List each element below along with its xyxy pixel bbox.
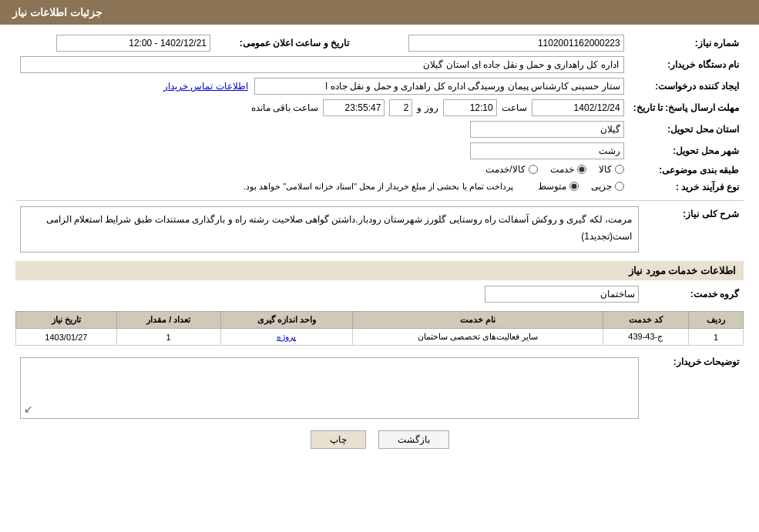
shomara-value-cell: 1102001162000223 (354, 32, 629, 54)
radio-khadamat-circle (577, 165, 586, 174)
countdown-input: 23:55:47 (323, 99, 385, 116)
sharh-container: مرمت، لکه گیری و روکش آسفالت راه روستایی… (20, 206, 639, 253)
tawsif-value-cell: ↙ (15, 352, 643, 421)
time-input: 12:10 (443, 99, 497, 116)
table-cell-0: 1 (688, 329, 743, 346)
tabaqe-label: طبقه بندی موضوعی: (629, 162, 744, 179)
table-cell-4: 1 (116, 329, 220, 346)
resize-arrow: ↙ (24, 403, 33, 415)
shahr-input: رشت (470, 142, 624, 159)
tawsif-label: توضیحات خریدار: (643, 352, 744, 421)
tarikh-elan-label: تاریخ و ساعت اعلان عمومی: (215, 32, 354, 54)
sharh-table: شرح کلی نیاز: مرمت، لکه گیری و روکش آسفا… (15, 204, 744, 255)
shahr-value-cell: رشت (15, 140, 629, 162)
tarikh-elan-input: 1402/12/21 - 12:00 (56, 35, 210, 52)
mohlat-row: 1402/12/24 ساعت 12:10 روز و 2 23:55:47 (15, 97, 629, 119)
tabaqe-row: کالا خدمت کالا/خدمت (15, 162, 629, 179)
content-area: شماره نیاز: 1102001162000223 تاریخ و ساع… (0, 25, 759, 464)
roz-input: 2 (389, 99, 412, 116)
sharh-label: شرح کلی نیاز: (643, 204, 744, 255)
radio-motavaset-circle (569, 182, 579, 191)
radio-khadamat: خدمت (550, 164, 586, 175)
ijad-input: ستار حسینی کارشناس پیمان ورسیدگی اداره ک… (254, 78, 624, 95)
shomara-input: 1102001162000223 (408, 35, 624, 52)
table-row: 1ج-43-439سایر فعالیت‌های تخصصی ساختمانپر… (16, 329, 744, 346)
table-cell-1: ج-43-439 (603, 329, 688, 346)
gorohe-input: ساختمان (485, 286, 639, 303)
countdown-label: ساعت باقی مانده (251, 102, 319, 113)
tarikh-elan-value-cell: 1402/12/21 - 12:00 (15, 32, 215, 54)
ijad-value-cell: ستار حسینی کارشناس پیمان ورسیدگی اداره ک… (15, 75, 629, 97)
table-cell-5: 1403/01/27 (16, 329, 117, 346)
radio-jozi-circle (615, 182, 624, 191)
buttons-row: بازگشت چاپ (15, 430, 744, 449)
radio-kala-khadamat: کالا/خدمت (485, 164, 537, 175)
radio-motavaset: متوسط (538, 181, 579, 192)
contact-link[interactable]: اطلاعات تماس خریدار (163, 81, 248, 92)
page-header: جزئیات اطلاعات نیاز (0, 0, 759, 25)
nam-dastgah-label: نام دستگاه خریدار: (629, 54, 744, 75)
vahed-link[interactable]: پروژه (277, 332, 296, 341)
col-tedad: تعداد / مقدار (116, 312, 220, 329)
tawsif-table: توضیحات خریدار: ↙ (15, 352, 744, 421)
now-farayand-label: نوع فرآیند خرید : (629, 179, 744, 196)
back-button[interactable]: بازگشت (378, 430, 449, 449)
gorohe-table: گروه خدمت: ساختمان (15, 283, 744, 305)
farayand-row: جزیی متوسط پرداخت تمام یا بخشی از مبلغ خ… (15, 179, 629, 196)
page-wrapper: جزئیات اطلاعات نیاز شماره نیاز: 11020011… (0, 0, 759, 532)
col-radif: ردیف (688, 312, 743, 329)
saat-label: ساعت (502, 102, 527, 113)
mohlat-label: مهلت ارسال پاسخ: تا تاریخ: (629, 97, 744, 119)
sharh-value-cell: مرمت، لکه گیری و روکش آسفالت راه روستایی… (15, 204, 643, 255)
print-button[interactable]: چاپ (311, 430, 366, 449)
radio-kala: کالا (599, 164, 624, 175)
sharh-text: مرمت، لکه گیری و روکش آسفالت راه روستایی… (20, 206, 639, 253)
radio-kala-khadamat-circle (529, 165, 538, 174)
col-nam: نام خدمت (352, 312, 603, 329)
shahr-label: شهر محل تحویل: (629, 140, 744, 162)
radio-kala-circle (615, 165, 624, 174)
roz-label: روز و (417, 102, 438, 113)
date-input: 1402/12/24 (532, 99, 624, 116)
kala-khadamat-label: کالا/خدمت (485, 164, 525, 175)
services-table: ردیف کد خدمت نام خدمت واحد اندازه گیری ت… (15, 311, 744, 346)
tabaqe-radio-group: کالا خدمت کالا/خدمت (485, 164, 623, 175)
ostan-input: گیلان (470, 121, 624, 138)
ostan-label: استان محل تحویل: (629, 119, 744, 140)
divider-1 (15, 200, 744, 201)
shomara-label: شماره نیاز: (629, 32, 744, 54)
farayand-note: پرداخت تمام یا بخشی از مبلغ خریدار از مح… (243, 182, 513, 192)
info-table-main: شماره نیاز: 1102001162000223 تاریخ و ساع… (15, 32, 744, 196)
buyer-notes-box: ↙ (20, 357, 639, 419)
radio-jozi: جزیی (591, 181, 624, 192)
col-vahed: واحد اندازه گیری (220, 312, 352, 329)
motavaset-label: متوسط (538, 181, 566, 192)
col-kod: کد خدمت (603, 312, 688, 329)
jozi-label: جزیی (591, 181, 612, 192)
page-title: جزئیات اطلاعات نیاز (12, 6, 102, 18)
ostan-value-cell: گیلان (15, 119, 629, 140)
khadamat-section-title: اطلاعات خدمات مورد نیاز (15, 261, 744, 280)
kala-label: کالا (599, 164, 612, 175)
col-tarikh: تاریخ نیاز (16, 312, 117, 329)
nam-dastgah-input: اداره کل راهداری و حمل و نقل جاده ای است… (20, 56, 624, 73)
ijad-label: ایجاد کننده درخواست: (629, 75, 744, 97)
table-cell-2: سایر فعالیت‌های تخصصی ساختمان (352, 329, 603, 346)
nam-dastgah-value-cell: اداره کل راهداری و حمل و نقل جاده ای است… (15, 54, 629, 75)
khadamat-label: خدمت (550, 164, 574, 175)
farayand-radio-group: جزیی متوسط پرداخت تمام یا بخشی از مبلغ خ… (243, 181, 624, 192)
table-cell-3: پروژه (220, 329, 352, 346)
gorohe-label: گروه خدمت: (643, 283, 744, 305)
gorohe-value-cell: ساختمان (15, 283, 643, 305)
